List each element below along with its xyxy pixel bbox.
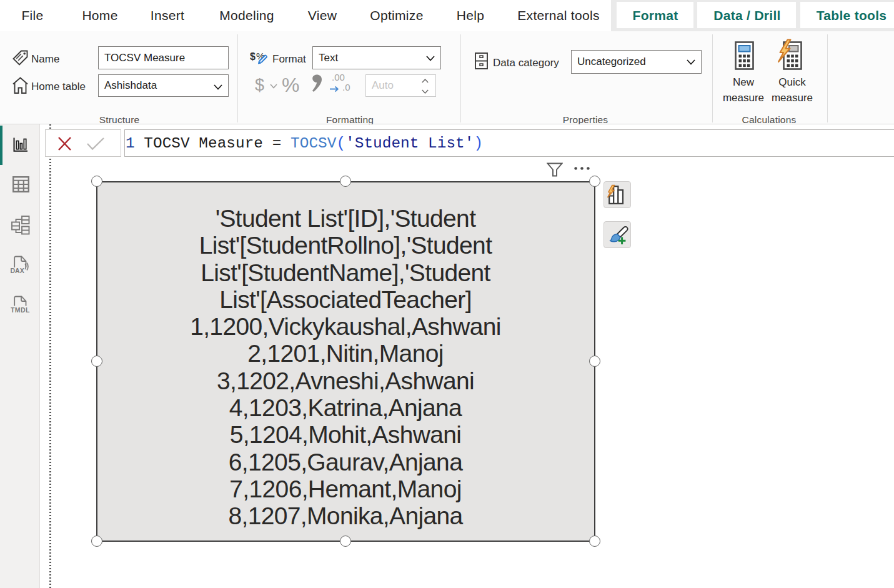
svg-text:TMDL: TMDL bbox=[11, 306, 30, 314]
svg-text:DAX: DAX bbox=[11, 267, 24, 274]
svg-text:$: $ bbox=[250, 51, 256, 62]
